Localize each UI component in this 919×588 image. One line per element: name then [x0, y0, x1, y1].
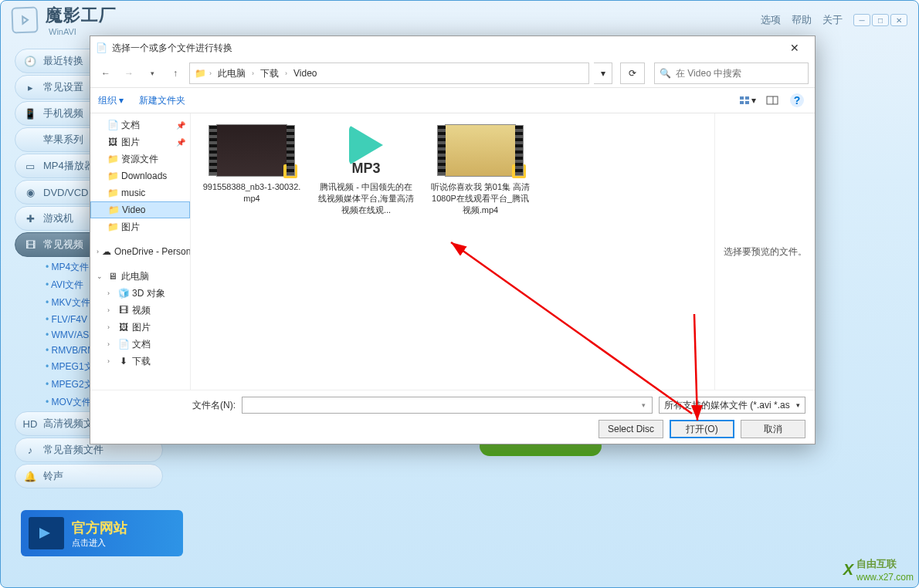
promo-banner[interactable]: 官方网站 点击进入: [21, 510, 183, 556]
watermark-url: www.x27.com: [856, 572, 914, 583]
file-label: 听说你喜欢我 第01集 高清1080P在线观看平台_腾讯视频.mp4: [430, 181, 531, 216]
address-dropdown[interactable]: ▾: [594, 63, 612, 84]
crumb-pc[interactable]: 此电脑: [215, 66, 249, 82]
app-titlebar: 魔影工厂 WinAVI 选项 帮助 关于 ─ □ ✕: [1, 1, 918, 39]
menu-help[interactable]: 帮助: [792, 13, 812, 27]
tree-docs2[interactable]: ›📄文档: [90, 336, 190, 353]
picture-icon: 🖼: [118, 322, 129, 333]
gamepad-icon: ✚: [23, 211, 37, 225]
preview-pane-button[interactable]: [762, 91, 782, 110]
help-button[interactable]: ?: [787, 91, 807, 110]
cube-icon: 🧊: [118, 288, 129, 299]
watermark-text: 自由互联: [856, 558, 897, 569]
tree-pictures3[interactable]: ›🖼图片: [90, 319, 190, 336]
folder-title-icon: 📄: [95, 42, 107, 54]
refresh-button[interactable]: ⟳: [620, 63, 645, 84]
menu-about[interactable]: 关于: [822, 13, 843, 27]
tree-docs[interactable]: 📄文档📌: [90, 117, 190, 133]
filename-input[interactable]: ▾: [242, 397, 653, 414]
cancel-button[interactable]: 取消: [741, 420, 805, 438]
dialog-titlebar: 📄 选择一个或多个文件进行转换 ✕: [90, 36, 815, 59]
minimize-button[interactable]: ─: [853, 14, 870, 26]
tree-pictures2[interactable]: 📁图片: [90, 218, 190, 235]
nav-up-button[interactable]: ↑: [166, 64, 185, 83]
address-bar[interactable]: 📁 › 此电脑 › 下载 › Video: [189, 63, 589, 84]
tree-onedrive[interactable]: ›☁OneDrive - Personal: [90, 243, 190, 260]
search-box[interactable]: 🔍: [654, 63, 809, 84]
disc-icon: ◉: [23, 185, 37, 199]
app-menu: 选项 帮助 关于: [761, 13, 843, 27]
expand-icon[interactable]: ›: [107, 357, 115, 365]
close-app-button[interactable]: ✕: [890, 14, 907, 26]
clock-icon: 🕘: [23, 54, 37, 68]
watermark: X 自由互联 www.x27.com: [843, 557, 914, 583]
file-label: 腾讯视频 - 中国领先的在线视频媒体平台,海量高清视频在线观...: [316, 181, 416, 216]
file-item-video1[interactable]: ▶ 991558388_nb3-1-30032.mp4: [202, 124, 302, 204]
document-icon: 📄: [118, 339, 129, 350]
tree-music[interactable]: 📁music: [90, 184, 190, 201]
svg-rect-0: [740, 96, 744, 100]
player-badge-icon: ▶: [512, 164, 526, 178]
dialog-toolbar: 组织 ▾ 新建文件夹 ▾ ?: [90, 87, 815, 113]
expand-icon[interactable]: ›: [97, 248, 99, 255]
tree-resource[interactable]: 📁资源文件: [90, 150, 190, 167]
organize-menu[interactable]: 组织 ▾: [98, 94, 124, 107]
folder-icon: 📁: [107, 188, 118, 198]
tree-downloads[interactable]: 📁Downloads: [90, 167, 190, 184]
file-item-mp3[interactable]: MP3 腾讯视频 - 中国领先的在线视频媒体平台,海量高清视频在线观...: [316, 124, 416, 216]
phone-icon: 📱: [23, 106, 37, 120]
tree-downloads2[interactable]: ›⬇下载: [90, 353, 190, 370]
pin-icon: 📌: [176, 138, 185, 147]
app-window: 魔影工厂 WinAVI 选项 帮助 关于 ─ □ ✕ 🕘最近转换 ▸常见设置 📱…: [0, 0, 919, 588]
expand-icon[interactable]: ›: [107, 323, 115, 331]
video-thumb-icon: ▶: [445, 124, 516, 177]
chevron-down-icon[interactable]: ▾: [642, 401, 649, 409]
video-icon: 🎞: [118, 305, 129, 316]
crumb-downloads[interactable]: 下载: [257, 66, 282, 82]
menu-options[interactable]: 选项: [761, 13, 781, 27]
expand-icon[interactable]: ›: [107, 306, 115, 314]
nav-recent-dropdown[interactable]: ▾: [143, 64, 161, 83]
maximize-button[interactable]: □: [872, 14, 889, 26]
sidebar-ringtone[interactable]: 🔔铃声: [15, 464, 163, 488]
music-icon: ♪: [23, 443, 37, 457]
promo-icon: [29, 517, 64, 549]
nav-forward-button[interactable]: →: [120, 64, 138, 83]
collapse-icon[interactable]: ⌄: [97, 272, 104, 280]
open-button[interactable]: 打开(O): [670, 420, 734, 438]
nav-back-button[interactable]: ←: [97, 64, 115, 83]
filename-label: 文件名(N):: [192, 399, 236, 412]
filetype-dropdown[interactable]: 所有支持的媒体文件 (*.avi *.as▾: [659, 397, 805, 414]
search-input[interactable]: [676, 68, 803, 79]
tree-videos[interactable]: ›🎞视频: [90, 302, 190, 319]
folder-icon: 📁: [195, 68, 206, 79]
mp3-thumb-icon: MP3: [331, 124, 402, 177]
tree-3d[interactable]: ›🧊3D 对象: [90, 285, 190, 302]
folder-icon: 📁: [107, 154, 118, 164]
expand-icon[interactable]: ›: [107, 340, 115, 348]
expand-icon[interactable]: ›: [107, 289, 115, 297]
new-folder-button[interactable]: 新建文件夹: [139, 94, 185, 107]
file-open-dialog: 📄 选择一个或多个文件进行转换 ✕ ← → ▾ ↑ 📁 › 此电脑 › 下载 ›…: [90, 35, 816, 444]
bell-icon: 🔔: [23, 469, 37, 483]
tree-this-pc[interactable]: ⌄🖥此电脑: [90, 268, 190, 285]
dialog-close-button[interactable]: ✕: [779, 39, 810, 57]
file-item-video2[interactable]: ▶ 听说你喜欢我 第01集 高清1080P在线观看平台_腾讯视频.mp4: [430, 124, 531, 216]
file-grid: ▶ 991558388_nb3-1-30032.mp4 MP3 腾讯视频 - 中…: [191, 113, 714, 390]
help-icon: ?: [790, 93, 804, 107]
picture-icon: 🖼: [107, 137, 118, 147]
view-mode-button[interactable]: ▾: [738, 91, 758, 110]
app-title: 魔影工厂: [46, 4, 117, 27]
crumb-video[interactable]: Video: [290, 66, 320, 80]
folder-icon: 📁: [107, 171, 118, 181]
select-disc-button[interactable]: Select Disc: [599, 420, 663, 438]
dialog-title: 选择一个或多个文件进行转换: [112, 42, 232, 55]
tree-pictures[interactable]: 🖼图片📌: [90, 133, 190, 150]
tree-video[interactable]: 📁Video: [90, 201, 190, 218]
folder-tree: 📄文档📌 🖼图片📌 📁资源文件 📁Downloads 📁music 📁Video…: [90, 113, 191, 390]
apple-icon: [23, 133, 37, 147]
folder-icon: 📁: [107, 221, 118, 232]
svg-rect-4: [767, 96, 778, 104]
promo-line2: 点击进入: [72, 537, 127, 549]
hd-icon: HD: [23, 417, 37, 431]
